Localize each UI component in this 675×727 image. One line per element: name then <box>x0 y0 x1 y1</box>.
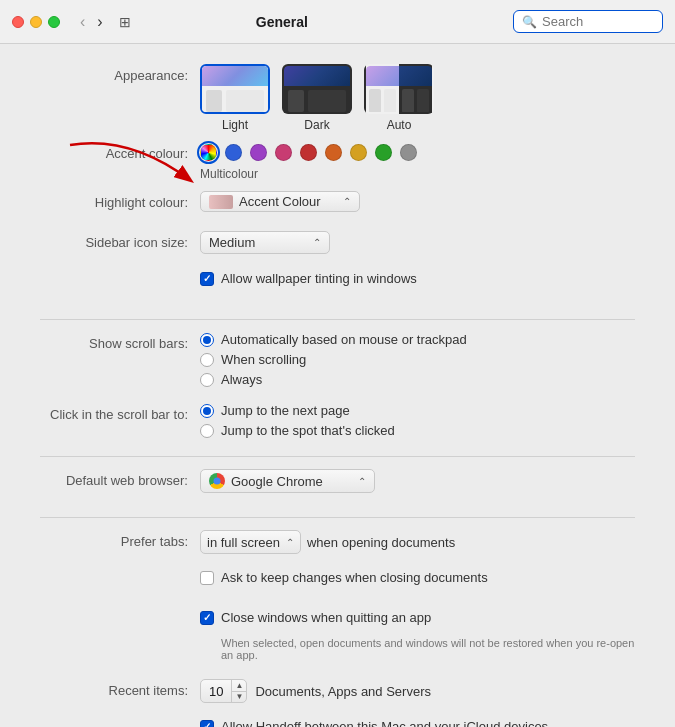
accent-blue[interactable] <box>225 144 242 161</box>
recent-items-stepper[interactable]: 10 ▲ ▼ <box>200 679 247 703</box>
allow-handoff-checkbox[interactable] <box>200 720 214 728</box>
prefer-tabs-value: in full screen <box>207 535 280 550</box>
search-input[interactable] <box>542 14 654 29</box>
default-browser-value: Google Chrome <box>231 474 352 489</box>
highlight-colour-select[interactable]: Accent Colour ⌃ <box>200 191 360 212</box>
wallpaper-tinting-spacer <box>40 271 200 275</box>
allow-handoff-row: Allow Handoff between this Mac and your … <box>40 719 635 727</box>
appearance-dark-thumb[interactable] <box>282 64 352 114</box>
appearance-auto-thumb[interactable] <box>364 64 434 114</box>
close-windows-checkbox[interactable] <box>200 611 214 625</box>
stepper-up[interactable]: ▲ <box>232 680 246 692</box>
titlebar: ‹ › ⊞ General 🔍 <box>0 0 675 44</box>
ask-keep-changes-checkbox[interactable] <box>200 571 214 585</box>
accent-red[interactable] <box>300 144 317 161</box>
highlight-colour-label: Highlight colour: <box>40 191 200 210</box>
appearance-row: Appearance: Light <box>40 64 635 132</box>
browser-dropdown-arrow: ⌃ <box>358 476 366 487</box>
appearance-light-thumb[interactable] <box>200 64 270 114</box>
click-next-radio[interactable] <box>200 404 214 418</box>
grid-icon[interactable]: ⊞ <box>119 14 131 30</box>
accent-yellow[interactable] <box>350 144 367 161</box>
appearance-auto[interactable]: Auto <box>364 64 434 132</box>
close-button[interactable] <box>12 16 24 28</box>
close-windows-checkbox-row: Close windows when quitting an app <box>200 610 635 625</box>
back-button[interactable]: ‹ <box>76 11 89 33</box>
scroll-scrolling-label: When scrolling <box>221 352 306 367</box>
scroll-auto-label: Automatically based on mouse or trackpad <box>221 332 467 347</box>
close-windows-label: Close windows when quitting an app <box>221 610 431 625</box>
accent-sublabel: Multicolour <box>200 167 635 181</box>
recent-items-row: Recent items: 10 ▲ ▼ Documents, Apps and… <box>40 679 635 709</box>
click-next-row: Jump to the next page <box>200 403 635 418</box>
scroll-bars-row: Show scroll bars: Automatically based on… <box>40 332 635 387</box>
search-box[interactable]: 🔍 <box>513 10 663 33</box>
scroll-bars-options: Automatically based on mouse or trackpad… <box>200 332 635 387</box>
sidebar-icon-size-label: Sidebar icon size: <box>40 231 200 250</box>
highlight-dropdown-arrow: ⌃ <box>343 196 351 207</box>
click-scroll-label: Click in the scroll bar to: <box>40 403 200 422</box>
recent-items-label: Recent items: <box>40 679 200 698</box>
ask-keep-changes-label: Ask to keep changes when closing documen… <box>221 570 488 585</box>
accent-purple[interactable] <box>250 144 267 161</box>
scroll-scrolling-radio[interactable] <box>200 353 214 367</box>
scroll-always-radio[interactable] <box>200 373 214 387</box>
divider-3 <box>40 517 635 518</box>
click-next-label: Jump to the next page <box>221 403 350 418</box>
close-windows-sublabel: When selected, open documents and window… <box>221 637 635 661</box>
ask-keep-changes-content: Ask to keep changes when closing documen… <box>200 570 635 591</box>
minimize-button[interactable] <box>30 16 42 28</box>
accent-colour-label: Accent colour: <box>40 142 200 161</box>
click-spot-radio[interactable] <box>200 424 214 438</box>
prefer-tabs-suffix: when opening documents <box>307 535 455 550</box>
accent-orange[interactable] <box>325 144 342 161</box>
prefer-tabs-label: Prefer tabs: <box>40 530 200 549</box>
appearance-light[interactable]: Light <box>200 64 270 132</box>
stepper-down[interactable]: ▼ <box>232 692 246 703</box>
sidebar-size-value: Medium <box>209 235 307 250</box>
wallpaper-tinting-checkbox-row: Allow wallpaper tinting in windows <box>200 271 635 286</box>
accent-colour-content: Multicolour <box>200 142 635 181</box>
accent-graphite[interactable] <box>400 144 417 161</box>
nav-buttons: ‹ › <box>76 11 107 33</box>
accent-pink[interactable] <box>275 144 292 161</box>
sidebar-icon-size-content: Medium ⌃ <box>200 231 635 254</box>
appearance-dark[interactable]: Dark <box>282 64 352 132</box>
appearance-label: Appearance: <box>40 64 200 83</box>
maximize-button[interactable] <box>48 16 60 28</box>
default-browser-content: Google Chrome ⌃ <box>200 469 635 493</box>
forward-button[interactable]: › <box>93 11 106 33</box>
scroll-always-row: Always <box>200 372 635 387</box>
allow-handoff-spacer <box>40 719 200 723</box>
recent-items-content: 10 ▲ ▼ Documents, Apps and Servers <box>200 679 635 703</box>
prefer-tabs-select[interactable]: in full screen ⌃ <box>200 530 301 554</box>
prefer-tabs-content: in full screen ⌃ when opening documents <box>200 530 635 554</box>
highlight-colour-row: Highlight colour: Accent Colour ⌃ <box>40 191 635 221</box>
divider-2 <box>40 456 635 457</box>
scroll-always-label: Always <box>221 372 262 387</box>
scroll-bars-label: Show scroll bars: <box>40 332 200 351</box>
scroll-auto-radio[interactable] <box>200 333 214 347</box>
accent-multicolor[interactable] <box>200 144 217 161</box>
highlight-preview <box>209 195 233 209</box>
wallpaper-tinting-label: Allow wallpaper tinting in windows <box>221 271 417 286</box>
click-scroll-row: Click in the scroll bar to: Jump to the … <box>40 403 635 438</box>
recent-items-value: 10 <box>201 680 232 702</box>
ask-keep-changes-checkbox-row: Ask to keep changes when closing documen… <box>200 570 635 585</box>
sidebar-dropdown-arrow: ⌃ <box>313 237 321 248</box>
ask-keep-changes-spacer <box>40 570 200 574</box>
allow-handoff-checkbox-row: Allow Handoff between this Mac and your … <box>200 719 635 727</box>
scroll-auto-row: Automatically based on mouse or trackpad <box>200 332 635 347</box>
click-spot-label: Jump to the spot that's clicked <box>221 423 395 438</box>
wallpaper-tinting-content: Allow wallpaper tinting in windows <box>200 271 635 292</box>
sidebar-icon-size-select[interactable]: Medium ⌃ <box>200 231 330 254</box>
preferences-content: Appearance: Light <box>0 44 675 727</box>
wallpaper-tinting-checkbox[interactable] <box>200 272 214 286</box>
appearance-dark-label: Dark <box>304 118 329 132</box>
appearance-light-label: Light <box>222 118 248 132</box>
traffic-lights <box>12 16 60 28</box>
wallpaper-tinting-row: Allow wallpaper tinting in windows <box>40 271 635 301</box>
default-browser-select[interactable]: Google Chrome ⌃ <box>200 469 375 493</box>
accent-green[interactable] <box>375 144 392 161</box>
search-icon: 🔍 <box>522 15 537 29</box>
